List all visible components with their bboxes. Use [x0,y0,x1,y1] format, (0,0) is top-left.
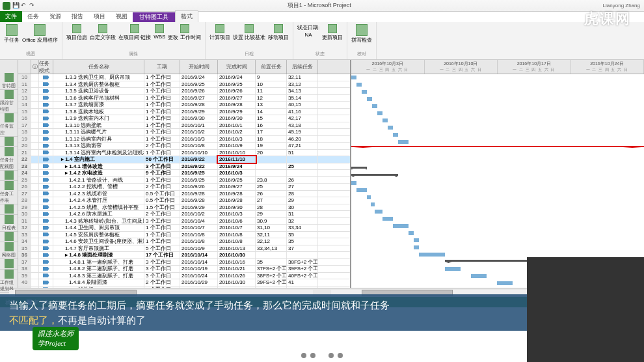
ribbon-calc[interactable]: 计算项目 [209,24,230,41]
gantt-task-bar[interactable] [409,231,414,235]
ribbon-move[interactable]: 移动项目 [268,24,289,41]
task-row[interactable]: 191.3.12 选购室内灯具1 个工作日2016/10/32016/10/31… [18,136,350,143]
col-id[interactable] [18,60,31,74]
task-row[interactable]: 36▸ 1.4.8 墙面处理刷漆17 个工作日2016/10/142016/10… [18,252,350,259]
task-row[interactable]: 391.4.8.3 第三遍刮腻子、打磨3 个工作日2016/10/242016/… [18,273,350,280]
sidebar-view-btn[interactable] [0,171,18,181]
sidebar-view-btn[interactable]: 甘特图 [0,73,18,90]
task-row[interactable]: 331.4.5 安装厨房整体橱柜1 个工作日2016/10/82016/10/8… [18,232,350,239]
gantt-task-bar[interactable] [497,281,513,285]
task-row[interactable]: 23▸ 1.4.1 墙体改造3 个工作日2016/9/222016/9/2425 [18,163,350,171]
gantt-summary-bar[interactable] [351,167,367,170]
task-row[interactable]: 141.3.7 选购墙面漆1 个工作日2016/9/282016/9/28134… [18,102,350,109]
col-dur[interactable]: 工期 [144,60,180,74]
gantt-task-bar[interactable] [375,210,382,214]
task-grid[interactable]: ⓘ 任务模式 任务名称 工期 开始时间 完成时间 前置任务 后续任务 101.3… [18,60,350,288]
gantt-task-bar[interactable] [367,97,372,101]
ribbon-wbs[interactable]: WBS [154,24,165,41]
task-row[interactable]: 341.4.6 安装卫生间设备(座便器、淋浴)1 个工作日2016/10/820… [18,238,350,245]
sidebar-view-btn[interactable]: 任务监控 [0,113,18,137]
task-row[interactable]: 381.4.8.2 第二遍刮腻子、打磨3 个工作日2016/10/192016/… [18,266,350,273]
gantt-task-bar[interactable] [414,238,419,242]
dot[interactable] [301,353,306,358]
tab-view[interactable]: 视图 [111,11,133,22]
sidebar-view-btn[interactable] [0,137,18,147]
sidebar-view-btn[interactable]: 日程表 [0,215,18,232]
col-info[interactable]: ⓘ [31,60,39,74]
gantt-task-bar[interactable] [419,253,445,257]
undo-icon[interactable]: ↶ [21,2,27,8]
gantt-task-bar[interactable] [382,118,388,122]
gantt-task-bar[interactable] [382,217,393,221]
task-row[interactable]: 271.4.2.3 线缆布管0.5 个工作日2016/9/282016/9/28… [18,191,350,198]
col-task[interactable]: 任务名称 [53,60,144,74]
gantt-task-bar[interactable] [377,111,382,115]
task-row[interactable]: 151.3.8 选购木地板1 个工作日2016/9/292016/9/29144… [18,109,350,116]
gantt-task-bar[interactable] [372,104,377,108]
task-row[interactable]: 321.4.4 卫生间、厨房吊顶1 个工作日2016/10/72016/10/7… [18,225,350,232]
gantt-task-bar[interactable] [445,267,461,271]
task-row[interactable]: 351.4.7 客厅吊顶施工5 个工作日2016/10/92016/10/133… [18,245,350,253]
redo-icon[interactable]: ↷ [29,2,36,8]
gantt-task-bar[interactable] [471,274,487,278]
task-row[interactable]: 281.4.2.4 水管打压0.5 个工作日2016/9/282016/9/28… [18,197,350,204]
tab-report[interactable]: 报告 [66,11,88,22]
task-row[interactable]: 171.3.10 选购壁纸1 个工作日2016/10/12016/10/1164… [18,122,350,130]
col-mode[interactable]: 任务模式 [39,60,53,74]
gantt-task-bar[interactable] [393,133,398,137]
gantt-task-bar[interactable] [356,83,362,87]
task-row[interactable]: 24▸ 1.4.2 水电改造9 个工作日2016/9/252016/10/3 [18,170,350,177]
ribbon-update[interactable]: 更新项目 [322,24,343,41]
gantt-task-bar[interactable] [398,140,409,144]
gantt-summary-bar[interactable] [445,260,533,263]
dot[interactable] [338,353,343,358]
task-row[interactable]: 301.4.2.6 防水层施工2 个工作日2016/10/22016/10/32… [18,211,350,218]
task-row[interactable]: 291.4.2.5 线槽、水管槽填补平整1.5 个工作日2016/9/29201… [18,204,350,212]
gantt-task-bar[interactable] [371,202,375,206]
task-row[interactable]: 311.4.3 贴地砖墙砖(阳台、卫生间及厨)3 个工作日2016/10/420… [18,218,350,225]
tab-project[interactable]: 项目 [88,11,111,22]
gantt-task-bar[interactable] [351,181,356,185]
task-row[interactable]: 411.4.9 铺地板3 个工作日2016/11/12016/11/340,15… [18,286,350,288]
task-row[interactable]: 121.3.5 选购卫浴设备1 个工作日2016/9/262016/9/2611… [18,88,350,95]
col-succ[interactable]: 后续任务 [287,60,318,74]
task-row[interactable]: 201.3.13 选购窗帘2 个工作日2016/10/82016/10/9194… [18,143,350,150]
gantt-task-bar[interactable] [393,224,409,228]
ribbon-baseline[interactable]: 设置 比较基准 [233,24,265,41]
task-row[interactable]: 211.3.14 选择室内气体检测及治理机构1 个工作日2016/10/1020… [18,150,350,157]
ribbon-custom[interactable]: 自定义字段 [90,24,116,41]
dot[interactable] [310,353,315,358]
ribbon-projinfo[interactable]: 项目信息 [66,24,87,41]
task-row[interactable]: 261.4.2.2 挖线槽、管槽2 个工作日2016/9/262016/9/27… [18,184,350,191]
tab-file[interactable]: 文件 [0,11,22,22]
dot-active[interactable] [319,353,325,358]
ribbon-worktime[interactable]: 更改 工作时间 [168,24,200,41]
ribbon-status-date[interactable]: 状态日期:NA [297,24,319,41]
task-row[interactable]: 371.4.8.1 第一遍刮腻子、打磨3 个工作日2016/10/142016/… [18,259,350,266]
gantt-summary-bar[interactable] [351,174,398,177]
ribbon-office[interactable]: Office 应用程序 [22,24,58,44]
sidebar-view-btn[interactable] [0,204,18,215]
sidebar-view-btn[interactable]: 任务分配视图 [0,147,18,171]
sidebar-view-btn[interactable] [0,259,18,270]
dot[interactable] [329,353,334,358]
col-start[interactable]: 开始时间 [180,60,218,74]
col-fin[interactable]: 完成时间 [218,60,256,74]
task-row[interactable]: 101.3.3 选购卫生间、厨房吊顶1 个工作日2016/9/242016/9/… [18,74,350,81]
gantt-task-bar[interactable] [362,90,367,94]
tab-resource[interactable]: 资源 [44,11,66,22]
ribbon-subtask[interactable]: 子任务 [4,24,20,44]
gantt-task-bar[interactable] [351,76,356,79]
gantt-task-bar[interactable] [356,188,367,192]
gantt-task-bar[interactable] [367,195,371,199]
sidebar-view-btn[interactable]: 任务工作表 [0,181,18,204]
save-icon[interactable]: 💾 [12,2,19,8]
task-row[interactable]: 131.3.6 选购客厅吊顶材料1 个工作日2016/9/272016/9/27… [18,95,350,102]
task-row[interactable]: 251.4.2.1 管路设计、画线1 个工作日2016/9/252016/9/2… [18,177,350,184]
gantt-task-bar[interactable] [414,245,419,249]
task-row[interactable]: 161.3.9 选购室内木门1 个工作日2016/9/302016/9/3015… [18,115,350,122]
task-row[interactable]: 401.4.8.4 刷墙面漆2 个工作日2016/10/292016/10/30… [18,279,350,286]
tab-task[interactable]: 任务 [22,11,44,22]
col-pred[interactable]: 前置任务 [256,60,287,74]
tab-format[interactable]: 格式 [175,10,198,22]
